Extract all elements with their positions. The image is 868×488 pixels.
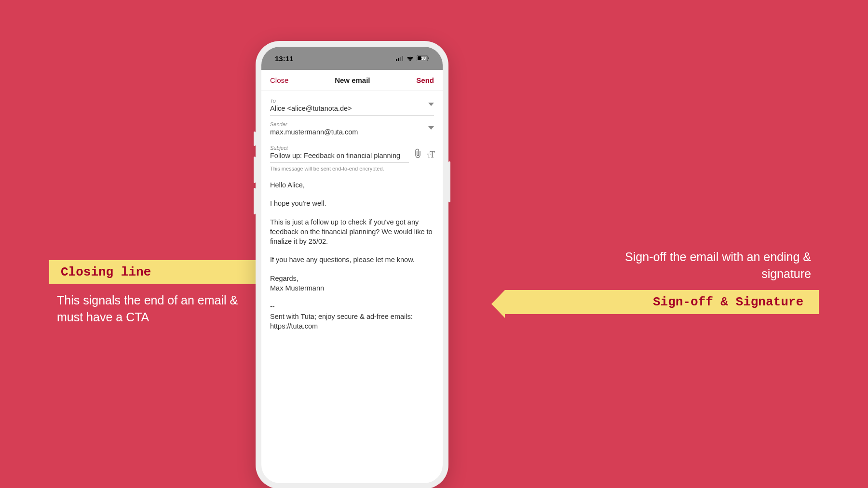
subject-label: Subject <box>270 145 409 151</box>
compose-header: Close New email Send <box>261 70 443 91</box>
svg-rect-2 <box>400 57 401 61</box>
email-body[interactable]: Hello Alice, I hope you're well. This is… <box>270 180 434 331</box>
cellular-icon <box>396 56 404 61</box>
caption-signoff: Sign-off the email with an ending & sign… <box>618 249 811 282</box>
to-label: To <box>270 98 434 104</box>
svg-rect-5 <box>428 57 429 59</box>
phone-side-button <box>448 161 450 202</box>
sender-field[interactable]: Sender max.mustermann@tuta.com <box>270 118 434 139</box>
subject-field[interactable]: Subject Follow up: Feedback on financial… <box>270 141 409 163</box>
phone-side-button <box>254 132 256 146</box>
chevron-down-icon[interactable] <box>428 123 434 132</box>
subject-row: Subject Follow up: Feedback on financial… <box>270 141 434 163</box>
caption-closing-line: This signals the end of an email & must … <box>57 292 250 326</box>
battery-icon: 38 <box>417 55 429 61</box>
subject-value: Follow up: Feedback on financial plannin… <box>270 152 409 162</box>
status-bar: 13:11 38 <box>261 47 443 70</box>
body-greeting: Hello Alice, <box>270 180 434 190</box>
body-signoff: Regards, Max Mustermann <box>270 274 434 293</box>
text-format-icon[interactable]: TT <box>427 150 434 163</box>
to-field[interactable]: To Alice <alice@tutanota.de> <box>270 94 434 116</box>
callout-title: Closing line <box>61 265 151 279</box>
wifi-icon <box>407 56 414 61</box>
body-paragraph: This is just a follow up to check if you… <box>270 217 434 247</box>
encryption-note: This message will be sent end-to-end enc… <box>270 166 434 171</box>
chevron-down-icon[interactable] <box>428 100 434 108</box>
attachment-icon[interactable] <box>414 148 422 163</box>
body-line: I hope you're well. <box>270 198 434 208</box>
svg-rect-3 <box>402 56 403 61</box>
sender-value: max.mustermann@tuta.com <box>270 128 434 139</box>
callout-closing-line: Closing line <box>49 260 266 284</box>
phone-side-button <box>254 157 256 183</box>
phone-screen: 13:11 38 Close <box>261 47 443 483</box>
sender-label: Sender <box>270 121 434 127</box>
svg-rect-0 <box>396 59 397 61</box>
body-closing-line: If you have any questions, please let me… <box>270 255 434 264</box>
close-button[interactable]: Close <box>270 76 288 84</box>
body-signature: -- Sent with Tuta; enjoy secure & ad-fre… <box>270 302 434 331</box>
callout-title: Sign-off & Signature <box>653 295 803 309</box>
header-title: New email <box>335 76 370 84</box>
phone-frame: 13:11 38 Close <box>256 41 448 488</box>
battery-percent: 38 <box>421 56 426 61</box>
callout-signoff: Sign-off & Signature <box>505 290 819 314</box>
phone-side-button <box>254 188 256 214</box>
status-indicators: 38 <box>396 55 429 61</box>
svg-rect-1 <box>398 58 399 61</box>
to-value: Alice <alice@tutanota.de> <box>270 105 434 115</box>
status-time: 13:11 <box>275 54 293 63</box>
compose-content: To Alice <alice@tutanota.de> Sender max.… <box>261 91 443 331</box>
send-button[interactable]: Send <box>416 76 434 84</box>
